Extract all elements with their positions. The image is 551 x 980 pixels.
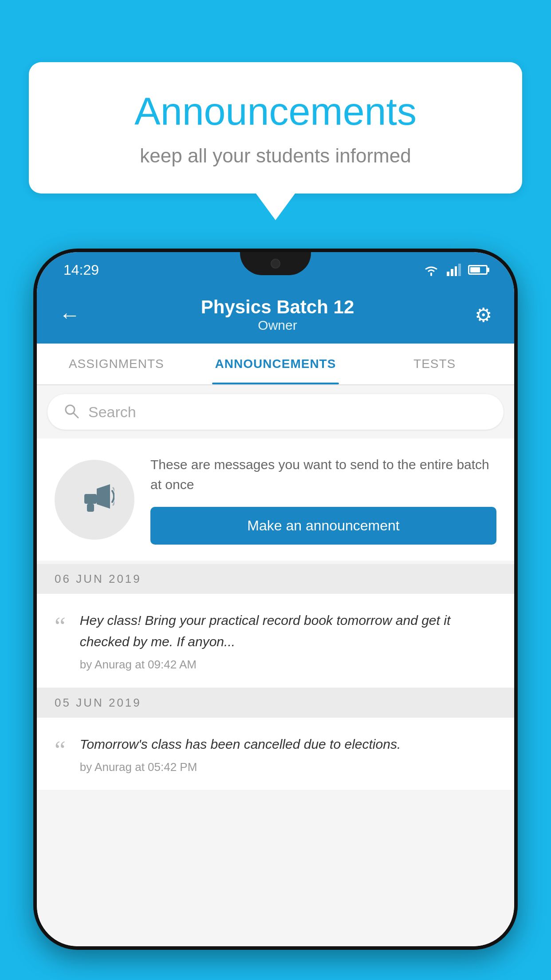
batch-role: Owner [201,318,354,333]
phone-notch [240,252,311,275]
battery-tip [488,268,489,272]
battery-icon [468,265,488,275]
signal-icon [447,264,461,276]
bubble-subtitle: keep all your students informed [64,145,487,167]
tab-assignments[interactable]: ASSIGNMENTS [37,344,196,384]
tab-announcements[interactable]: ANNOUNCEMENTS [196,344,355,384]
speech-bubble-section: Announcements keep all your students inf… [29,62,522,220]
announcement-text-1: Hey class! Bring your practical record b… [80,610,496,652]
batch-title: Physics Batch 12 [201,296,354,318]
phone-wrapper: 14:29 [33,249,518,980]
app-header: ← Physics Batch 12 Owner ⚙ [37,288,514,344]
speech-bubble-card: Announcements keep all your students inf… [29,62,522,194]
announcement-by-2: by Anurag at 05:42 PM [80,760,401,774]
status-icons [423,264,488,276]
announcement-item-2[interactable]: “ Tomorrow's class has been cancelled du… [37,718,514,790]
date-separator-1: 06 JUN 2019 [37,564,514,594]
phone-device: 14:29 [33,249,518,950]
announcement-item-1[interactable]: “ Hey class! Bring your practical record… [37,594,514,688]
settings-button[interactable]: ⚙ [475,304,492,326]
phone-screen: 14:29 [37,252,514,946]
date-separator-2: 05 JUN 2019 [37,688,514,718]
announcement-prompt: These are messages you want to send to t… [37,439,514,561]
announce-right: These are messages you want to send to t… [150,454,496,545]
search-icon [63,403,79,419]
search-bar[interactable]: Search [47,394,504,430]
announcement-text-2: Tomorrow's class has been cancelled due … [80,734,401,755]
content-area: Search [37,385,514,946]
bubble-title: Announcements [64,89,487,134]
svg-rect-3 [84,494,97,504]
search-placeholder: Search [88,403,136,421]
quote-icon-2: “ [55,737,66,762]
tabs-bar: ASSIGNMENTS ANNOUNCEMENTS TESTS [37,344,514,385]
svg-marker-2 [97,484,110,509]
front-camera [271,259,280,269]
power-button [516,376,518,434]
wifi-icon [423,264,440,276]
announce-description: These are messages you want to send to t… [150,454,496,494]
status-time: 14:29 [63,262,99,278]
announcement-by-1: by Anurag at 09:42 AM [80,658,496,672]
make-announcement-button[interactable]: Make an announcement [150,507,496,545]
bubble-arrow [256,194,295,220]
announcement-content-1: Hey class! Bring your practical record b… [80,610,496,672]
search-icon-wrap [63,403,79,421]
battery-fill [470,267,480,273]
svg-line-1 [74,413,78,418]
back-button[interactable]: ← [59,303,80,327]
announcement-icon-circle [55,460,134,540]
quote-icon-1: “ [55,613,66,638]
megaphone-icon [75,480,114,520]
announcement-content-2: Tomorrow's class has been cancelled due … [80,734,401,774]
svg-rect-4 [87,504,94,512]
header-center: Physics Batch 12 Owner [201,296,354,333]
volume-button [33,376,35,412]
tab-tests[interactable]: TESTS [355,344,514,384]
